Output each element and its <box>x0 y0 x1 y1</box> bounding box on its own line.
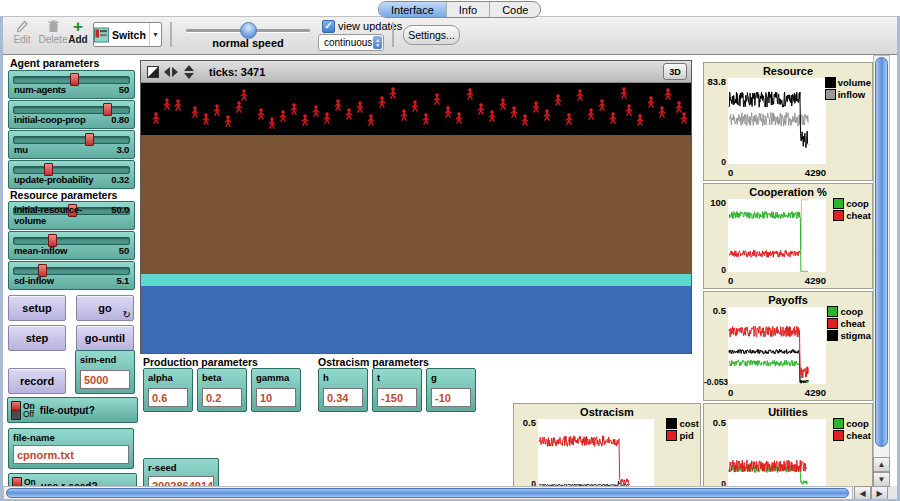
beta-input[interactable]: beta 0.2 <box>197 368 247 412</box>
plot-legend: coopcheat <box>833 418 871 442</box>
input-field[interactable]: -10 <box>431 388 471 407</box>
input-field[interactable]: 5000 <box>80 370 130 389</box>
slider-initial-coop-prop[interactable]: initial-coop-prop0.80 <box>8 100 135 129</box>
go-button[interactable]: go↻ <box>76 295 134 321</box>
agent-person-icon <box>521 114 529 126</box>
vertical-scrollbar[interactable] <box>873 55 890 487</box>
speed-slider[interactable] <box>186 29 310 32</box>
settings-button[interactable]: Settings... <box>403 25 460 45</box>
input-field[interactable]: -150 <box>377 388 417 407</box>
vertical-scrollbar-thumb[interactable] <box>875 57 888 447</box>
go-until-button[interactable]: go-until <box>76 325 134 351</box>
plot-title: Resource <box>704 65 872 77</box>
t-input[interactable]: t -150 <box>372 368 422 412</box>
slider-sd-inflow[interactable]: sd-inflow5.1 <box>8 261 135 290</box>
plot-legend: coopcheat <box>833 198 871 222</box>
switch-toggle[interactable] <box>11 401 21 420</box>
slider-groove <box>13 166 130 174</box>
legend-entry: cheat <box>833 210 871 221</box>
agent-person-icon <box>576 89 584 101</box>
widget-chooser-dropdown[interactable]: Switch ▼ <box>93 22 162 47</box>
tab-code[interactable]: Code <box>490 2 540 17</box>
input-label: file-name <box>13 432 55 443</box>
delete-button[interactable]: Delete <box>37 19 69 45</box>
step-button[interactable]: step <box>8 325 66 351</box>
legend-entry: pid <box>666 430 699 441</box>
world-view: ticks: 3471 3D <box>140 60 692 354</box>
legend-entry: cost <box>666 418 699 429</box>
plot-title: Ostracism <box>514 406 700 418</box>
toolbar-separator <box>170 22 172 47</box>
slider-value: 50.0 <box>111 204 129 226</box>
plot-canvas <box>728 78 826 164</box>
agent-person-icon <box>444 106 452 118</box>
slider-num-agents[interactable]: num-agents50 <box>8 70 135 99</box>
slider-name: sd-inflow <box>14 275 54 286</box>
gamma-input[interactable]: gamma 10 <box>251 368 301 412</box>
ostracism-parameters-heading: Ostracism parameters <box>318 356 429 368</box>
agent-person-icon <box>609 112 617 124</box>
setup-button[interactable]: setup <box>8 295 66 321</box>
slider-name: initial-resource-volume <box>14 204 111 226</box>
plus-icon: + <box>66 19 90 34</box>
record-button[interactable]: record <box>8 368 66 394</box>
agent-person-icon <box>625 104 633 116</box>
horizontal-scrollbar[interactable] <box>3 486 853 500</box>
pencil-icon <box>6 19 38 34</box>
scroll-down-button[interactable]: ▼ <box>873 472 890 487</box>
chooser-selected-label: Switch <box>109 29 149 41</box>
threed-button[interactable]: 3D <box>663 63 687 80</box>
update-mode-dropdown[interactable]: continuous ▲▼ <box>318 34 384 51</box>
vertical-arrows-icon[interactable] <box>181 65 196 79</box>
settings-label: Settings... <box>408 29 455 41</box>
resize-corner-icon[interactable] <box>145 65 160 79</box>
agent-person-icon <box>647 96 655 108</box>
trash-icon <box>37 19 69 34</box>
agent-person-icon <box>279 110 287 122</box>
legend-swatch-icon <box>833 430 844 441</box>
plot-canvas <box>728 307 826 384</box>
horizontal-arrows-icon[interactable] <box>163 65 178 79</box>
slider-name: mu <box>14 144 28 155</box>
input-label: h <box>323 372 329 383</box>
agent-person-icon <box>174 99 182 111</box>
plot-legend: costpid <box>666 418 699 442</box>
tab-info[interactable]: Info <box>447 2 490 17</box>
scroll-left-button[interactable]: ◀ <box>854 486 871 500</box>
slider-update-probability[interactable]: update-probability0.32 <box>8 160 135 189</box>
edit-button[interactable]: Edit <box>6 19 38 45</box>
input-field[interactable]: cpnorm.txt <box>13 445 129 464</box>
horizontal-scrollbar-thumb[interactable] <box>6 488 849 498</box>
alpha-input[interactable]: alpha 0.6 <box>143 368 193 412</box>
add-button[interactable]: + Add <box>66 19 90 45</box>
file-name-input[interactable]: file-name cpnorm.txt <box>8 428 134 469</box>
agent-person-icon <box>477 103 485 115</box>
g-input[interactable]: g -10 <box>426 368 476 412</box>
slider-mu[interactable]: mu3.0 <box>8 130 135 159</box>
sim-end-input[interactable]: sim-end 5000 <box>75 350 135 394</box>
agent-person-icon <box>554 94 562 106</box>
input-field[interactable]: 10 <box>256 388 296 407</box>
agent-person-icon <box>224 115 232 127</box>
scroll-up-button[interactable]: ▲ <box>873 457 890 472</box>
scroll-right-button[interactable]: ▶ <box>871 486 888 500</box>
input-field[interactable]: 0.34 <box>323 388 363 407</box>
file-output-switch[interactable]: OnOff file-output? <box>7 397 138 423</box>
slider-mean-inflow[interactable]: mean-inflow50 <box>8 231 135 260</box>
input-label: g <box>431 372 437 383</box>
slider-initial-resource-volume[interactable]: initial-resource-volume50.0 <box>8 201 135 230</box>
tab-interface[interactable]: Interface <box>379 2 447 17</box>
agent-person-icon <box>400 109 408 121</box>
plot-title: Utilities <box>704 406 872 418</box>
input-field[interactable]: 0.6 <box>148 388 188 407</box>
legend-swatch-icon <box>825 89 836 100</box>
view-updates-checkbox[interactable]: ✓ <box>322 20 335 33</box>
stepper-arrows-icon: ▲▼ <box>373 36 382 49</box>
slider-groove <box>13 106 130 114</box>
input-field[interactable]: 0.2 <box>202 388 242 407</box>
slider-groove <box>13 136 130 144</box>
legend-entry: cheat <box>827 318 871 329</box>
h-input[interactable]: h 0.34 <box>318 368 368 412</box>
legend-entry: coop <box>833 198 871 209</box>
view-water <box>141 286 691 353</box>
